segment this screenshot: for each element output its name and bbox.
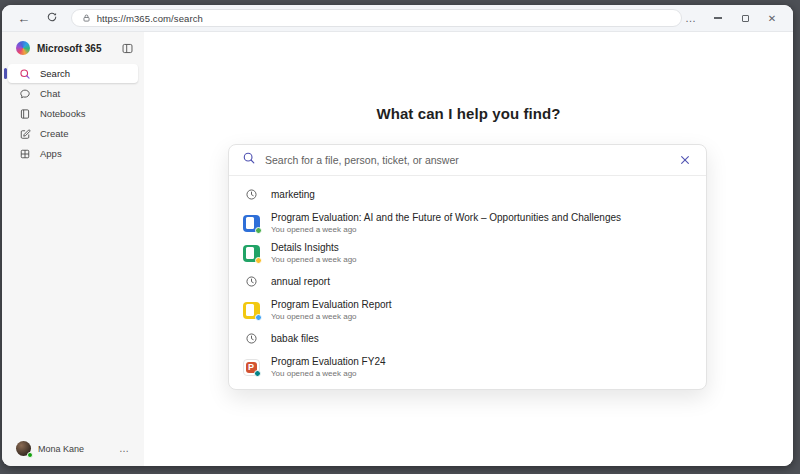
lock-icon	[82, 9, 91, 27]
main-content: What can I help you find?	[144, 32, 793, 466]
sidebar-item-label: Search	[40, 68, 70, 79]
recent-query-item[interactable]: babak files	[229, 325, 706, 352]
report-file-icon	[243, 302, 260, 319]
suggestion-list: marketing Program Evaluation: AI and the…	[229, 176, 706, 389]
presence-available-dot	[27, 452, 34, 459]
close-x-icon	[679, 154, 691, 166]
file-suggestion-item[interactable]: Program Evaluation Report You opened a w…	[229, 295, 706, 325]
file-meta: You opened a week ago	[271, 225, 621, 234]
back-button[interactable]: ←	[14, 8, 33, 28]
sidebar-item-chat[interactable]: Chat	[8, 84, 138, 103]
sidebar-item-search[interactable]: Search	[8, 64, 138, 83]
recent-query-item[interactable]: marketing	[229, 181, 706, 208]
file-badge-icon	[255, 314, 263, 322]
file-title: Details Insights	[271, 242, 357, 254]
search-app-icon	[18, 68, 32, 80]
close-search-button[interactable]	[677, 152, 693, 168]
user-more-button[interactable]: …	[119, 443, 130, 454]
history-clock-icon	[242, 188, 260, 201]
maximize-icon	[742, 15, 749, 22]
collapse-sidebar-button[interactable]	[121, 42, 134, 55]
refresh-button[interactable]	[42, 8, 61, 28]
history-clock-icon	[242, 332, 260, 345]
search-input[interactable]	[265, 154, 668, 166]
recent-query-item[interactable]: annual report	[229, 268, 706, 295]
search-panel: marketing Program Evaluation: AI and the…	[228, 144, 707, 390]
ellipsis-icon: …	[685, 12, 697, 24]
chat-icon	[18, 88, 32, 100]
powerpoint-file-icon: P	[243, 359, 260, 376]
browser-window: ← https://m365.com/search … ✕ Microsoft …	[2, 5, 793, 466]
user-name: Mona Kane	[38, 444, 84, 454]
side-panel-icon	[121, 42, 134, 55]
query-text: annual report	[271, 276, 330, 287]
search-icon	[242, 151, 256, 169]
page-title: What can I help you find?	[144, 105, 793, 122]
file-title: Program Evaluation Report	[271, 299, 392, 311]
file-meta: You opened a week ago	[271, 255, 357, 264]
create-pen-icon	[18, 128, 32, 140]
notebook-icon	[18, 108, 32, 120]
query-text: marketing	[271, 189, 315, 200]
file-title: Program Evaluation FY24	[271, 356, 386, 368]
minimize-button[interactable]	[709, 10, 727, 26]
file-badge-icon	[255, 227, 263, 235]
avatar	[16, 441, 31, 456]
file-badge-icon	[255, 257, 263, 265]
sidebar-item-apps[interactable]: Apps	[8, 144, 138, 163]
file-meta: You opened a week ago	[271, 369, 386, 378]
address-bar[interactable]: https://m365.com/search	[71, 9, 682, 27]
url-text: https://m365.com/search	[97, 13, 203, 24]
file-suggestion-item[interactable]: Details Insights You opened a week ago	[229, 238, 706, 268]
word-file-icon	[243, 215, 260, 232]
refresh-icon	[46, 11, 58, 26]
file-title: Program Evaluation: AI and the Future of…	[271, 212, 621, 224]
history-clock-icon	[242, 275, 260, 288]
sidebar-item-label: Notebooks	[40, 108, 85, 119]
apps-grid-icon	[18, 148, 32, 160]
maximize-button[interactable]	[736, 10, 754, 26]
back-arrow-icon: ←	[17, 11, 30, 26]
close-icon: ✕	[768, 13, 776, 24]
minimize-icon	[714, 17, 722, 18]
query-text: babak files	[271, 333, 319, 344]
sidebar: Microsoft 365 Search Chat	[2, 32, 144, 466]
sidebar-item-create[interactable]: Create	[8, 124, 138, 143]
sidebar-item-notebooks[interactable]: Notebooks	[8, 104, 138, 123]
file-suggestion-item[interactable]: P Program Evaluation FY24 You opened a w…	[229, 352, 706, 382]
browser-chrome: ← https://m365.com/search … ✕	[2, 5, 793, 32]
browser-menu-button[interactable]: …	[682, 10, 700, 26]
file-meta: You opened a week ago	[271, 312, 392, 321]
sidebar-item-label: Create	[40, 128, 69, 139]
user-account-row[interactable]: Mona Kane …	[8, 436, 138, 462]
file-suggestion-item[interactable]: Program Evaluation: AI and the Future of…	[229, 208, 706, 238]
sidebar-item-label: Apps	[40, 148, 62, 159]
excel-file-icon	[243, 245, 260, 262]
microsoft-365-logo	[16, 41, 30, 55]
sidebar-item-label: Chat	[40, 88, 60, 99]
file-badge-icon	[254, 370, 262, 378]
app-title: Microsoft 365	[37, 43, 101, 54]
close-window-button[interactable]: ✕	[763, 10, 781, 26]
